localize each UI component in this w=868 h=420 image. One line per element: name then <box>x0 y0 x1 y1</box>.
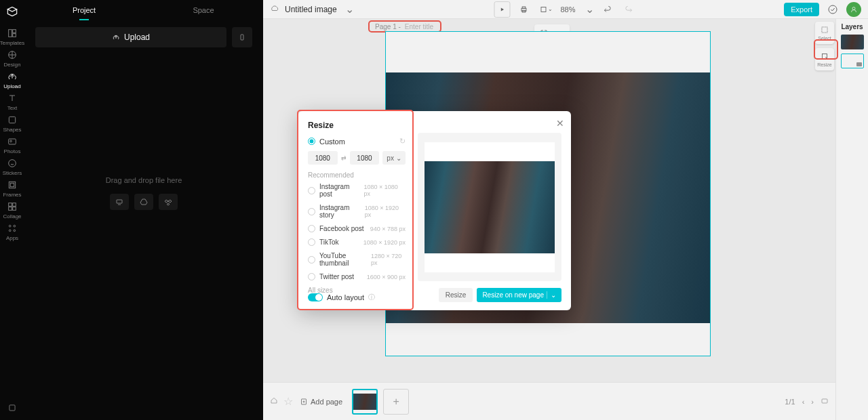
unit-select[interactable]: px⌄ <box>382 151 406 165</box>
width-input[interactable]: 1080 <box>308 151 338 165</box>
close-button[interactable]: ✕ <box>556 118 564 129</box>
preset-twitter-post[interactable]: Twitter post1600 × 900 px <box>308 273 406 280</box>
preset-instagram-post[interactable]: Instagram post1080 × 1080 px <box>308 183 406 198</box>
custom-radio[interactable] <box>308 138 315 145</box>
preset-facebook-post[interactable]: Facebook post940 × 788 px <box>308 225 406 232</box>
link-icon[interactable]: ⇄ <box>341 154 347 161</box>
preview-image <box>425 161 555 253</box>
preview-box <box>418 133 561 281</box>
preset-tiktok[interactable]: TikTok1080 × 1920 px <box>308 238 406 246</box>
chevron-down-icon[interactable]: ⌄ <box>547 291 556 299</box>
resize-new-page-button[interactable]: Resize on new page⌄ <box>477 288 561 302</box>
preset-youtube-thumbnail[interactable]: YouTube thumbnail1280 × 720 px <box>308 252 406 267</box>
resize-modal: Resize Custom ↻ 1080 ⇄ 1080 px⌄ Recommen… <box>298 111 571 310</box>
auto-layout-label: Auto layout <box>327 293 364 301</box>
resize-button[interactable]: Resize <box>439 288 473 302</box>
auto-layout-toggle[interactable] <box>308 293 323 301</box>
preset-instagram-story[interactable]: Instagram story1080 × 1920 px <box>308 204 406 219</box>
height-input[interactable]: 1080 <box>350 151 380 165</box>
refresh-icon[interactable]: ↻ <box>399 137 406 146</box>
modal-title: Resize <box>308 121 406 130</box>
info-icon[interactable]: ⓘ <box>368 293 375 302</box>
recommended-label: Recommended <box>308 171 406 179</box>
custom-label: Custom <box>319 138 345 146</box>
